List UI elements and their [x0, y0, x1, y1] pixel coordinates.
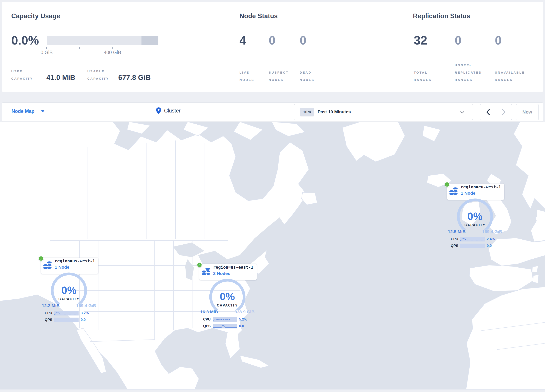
qps-row: QPS 0.0: [45, 317, 94, 322]
time-next-button[interactable]: [496, 104, 512, 120]
used-capacity-value: 41.0 MiB: [46, 73, 75, 81]
capacity-bar-reserved: [142, 36, 158, 45]
qps-label: QPS: [203, 324, 213, 328]
database-icon: [448, 185, 459, 197]
capacity-usage-section: Capacity Usage 0.0% 0 GiB 400 GiB USED C…: [2, 2, 232, 92]
gauge-percent: 0%: [62, 285, 76, 296]
breadcrumb-label: Cluster: [164, 108, 180, 114]
now-button-label: Now: [522, 109, 532, 115]
capacity-bar: [47, 36, 142, 45]
cpu-sparkline: [213, 317, 237, 322]
cpu-value: 3.2%: [81, 311, 94, 315]
under-replicated-value: 0: [455, 34, 490, 46]
chevron-right-icon: [502, 109, 506, 115]
node-map: ✓ region=us-west-1 1 Node 0% CAPACITY 12…: [0, 122, 545, 390]
cpu-row: CPU 5.2%: [203, 317, 253, 322]
bar-tick-label: 0 GiB: [41, 50, 53, 56]
total-value: 338.9 GiB: [235, 309, 254, 314]
database-icon: [201, 266, 211, 277]
region-node-count: 2 Nodes: [213, 271, 230, 276]
cpu-label: CPU: [45, 311, 54, 315]
qps-label: QPS: [45, 318, 54, 322]
gauge-percent: 0%: [467, 211, 483, 222]
cpu-sparkline: [460, 237, 485, 242]
now-button[interactable]: Now: [516, 104, 539, 120]
replication-status-title: Replication Status: [413, 12, 470, 20]
time-prev-button[interactable]: [480, 104, 496, 120]
qps-row: QPS 0.0: [451, 243, 500, 248]
bar-tick: [112, 47, 113, 49]
region-title: region=us-west-1: [55, 258, 95, 263]
capacity-percent: 0.0%: [11, 34, 39, 46]
dead-nodes-label: DEAD NODES: [300, 69, 315, 83]
qps-row: QPS 0.0: [203, 324, 253, 329]
total-ranges-value: 32: [414, 34, 449, 46]
time-nav-group: [480, 104, 512, 120]
chevron-down-icon: [460, 111, 464, 113]
qps-sparkline: [213, 324, 237, 329]
used-value: 12.2 MiB: [42, 303, 60, 308]
usable-capacity-label: USABLE CAPACITY: [87, 68, 109, 82]
total-value: 169.4 GiB: [76, 303, 96, 308]
total-ranges-stat: 32 TOTAL RANGES: [414, 34, 449, 83]
cpu-row: CPU 2.4%: [451, 237, 500, 242]
dead-nodes-value: 0: [300, 34, 327, 46]
under-replicated-label: UNDER- REPLICATED RANGES: [455, 62, 482, 83]
breadcrumb[interactable]: Cluster: [156, 107, 180, 114]
caret-down-icon: [41, 110, 44, 112]
capacity-values: 12.5 MiB 169.4 GiB: [448, 229, 502, 234]
cpu-value: 2.4%: [487, 237, 500, 241]
region-node-count: 1 Node: [461, 191, 475, 196]
capacity-gauge: 0% CAPACITY: [204, 279, 250, 310]
cpu-sparkline: [54, 311, 79, 316]
suspect-nodes-stat: 0 SUSPECT NODES: [269, 34, 296, 83]
view-selector[interactable]: Node Map: [12, 108, 44, 114]
capacity-values: 16.3 MiB 338.9 GiB: [200, 309, 254, 314]
node-status-title: Node Status: [240, 12, 278, 20]
bar-tick: [79, 47, 80, 49]
gauge-capacity-label: CAPACITY: [217, 304, 238, 307]
region-marker-us-west-1[interactable]: ✓ region=us-west-1 1 Node 0% CAPACITY 12…: [40, 255, 98, 327]
bar-tick: [46, 47, 47, 49]
cpu-label: CPU: [451, 237, 460, 241]
qps-label: QPS: [451, 244, 460, 248]
gauge-capacity-label: CAPACITY: [58, 297, 80, 301]
region-title: region=us-east-1: [213, 265, 254, 270]
total-ranges-label: TOTAL RANGES: [414, 69, 432, 83]
usable-capacity-value: 677.8 GiB: [118, 73, 151, 81]
bar-tick: [146, 47, 146, 49]
cpu-label: CPU: [203, 317, 213, 322]
replication-status-section: Replication Status 32 TOTAL RANGES 0 UND…: [403, 2, 544, 92]
qps-value: 0.0: [239, 324, 253, 328]
qps-value: 0.0: [81, 318, 94, 322]
time-range-dropdown[interactable]: 10m Past 10 Minutes: [294, 104, 473, 120]
region-title: region=eu-west-1: [461, 184, 501, 189]
capacity-gauge: 0% CAPACITY: [452, 198, 498, 230]
region-marker-us-east-1[interactable]: ✓ region=us-east-1 2 Nodes 0% CAPACITY 1…: [198, 262, 257, 333]
unavailable-ranges-stat: 0 UNAVAILABLE RANGES: [495, 34, 535, 83]
gauge-capacity-label: CAPACITY: [464, 223, 486, 227]
capacity-values: 12.2 MiB 169.4 GiB: [42, 303, 96, 308]
suspect-nodes-label: SUSPECT NODES: [269, 69, 289, 83]
region-marker-eu-west-1[interactable]: ✓ region=eu-west-1 1 Node 0% CAPACITY 12…: [446, 181, 504, 253]
unavailable-label: UNAVAILABLE RANGES: [495, 69, 525, 83]
region-node-count: 1 Node: [55, 265, 69, 270]
live-nodes-label: LIVE NODES: [240, 69, 254, 83]
used-value: 12.5 MiB: [448, 229, 466, 234]
capacity-usage-title: Capacity Usage: [11, 12, 60, 20]
chevron-left-icon: [486, 109, 490, 115]
under-replicated-ranges-stat: 0 UNDER- REPLICATED RANGES: [455, 34, 490, 83]
map-pin-icon: [156, 107, 161, 114]
cpu-row: CPU 3.2%: [45, 311, 94, 316]
map-toolbar: Node Map Cluster 10m Past 10 Minutes Now: [2, 102, 543, 122]
total-value: 169.4 GiB: [482, 229, 502, 234]
node-status-section: Node Status 4 LIVE NODES 0 SUSPECT NODES…: [232, 2, 390, 92]
time-range-badge: 10m: [300, 108, 314, 117]
bar-tick-label: 400 GiB: [104, 50, 121, 56]
summary-card: Capacity Usage 0.0% 0 GiB 400 GiB USED C…: [2, 2, 543, 92]
used-capacity-label: USED CAPACITY: [11, 68, 33, 82]
unavailable-value: 0: [495, 34, 535, 46]
view-selector-label: Node Map: [12, 108, 34, 114]
qps-value: 0.0: [487, 244, 500, 248]
dead-nodes-stat: 0 DEAD NODES: [300, 34, 327, 83]
